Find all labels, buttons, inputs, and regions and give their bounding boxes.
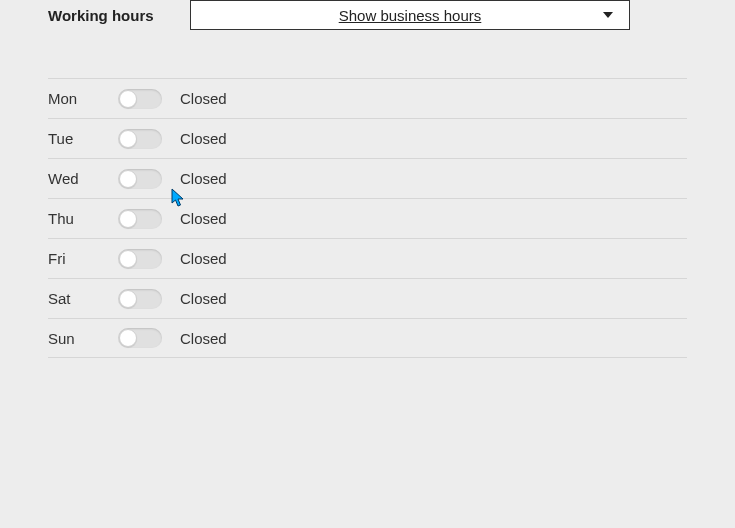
toggle-knob xyxy=(119,90,137,108)
day-label: Sat xyxy=(48,290,118,307)
day-toggle-fri[interactable] xyxy=(118,249,162,269)
toggle-knob xyxy=(119,170,137,188)
days-list: Mon Closed Tue Closed Wed Closed Thu Clo… xyxy=(0,78,735,358)
day-toggle-tue[interactable] xyxy=(118,129,162,149)
toggle-knob xyxy=(119,250,137,268)
hours-mode-dropdown[interactable]: Show business hours xyxy=(190,0,630,30)
day-row-mon: Mon Closed xyxy=(48,78,687,118)
day-row-tue: Tue Closed xyxy=(48,118,687,158)
section-title: Working hours xyxy=(48,7,190,24)
day-row-sat: Sat Closed xyxy=(48,278,687,318)
day-toggle-sun[interactable] xyxy=(118,328,162,348)
day-toggle-thu[interactable] xyxy=(118,209,162,229)
day-status: Closed xyxy=(180,170,227,187)
day-label: Fri xyxy=(48,250,118,267)
working-hours-header: Working hours Show business hours xyxy=(0,0,735,30)
day-status: Closed xyxy=(180,90,227,107)
day-label: Thu xyxy=(48,210,118,227)
toggle-knob xyxy=(119,130,137,148)
day-row-fri: Fri Closed xyxy=(48,238,687,278)
day-label: Wed xyxy=(48,170,118,187)
toggle-knob xyxy=(119,329,137,347)
day-row-thu: Thu Closed xyxy=(48,198,687,238)
day-row-sun: Sun Closed xyxy=(48,318,687,358)
day-row-wed: Wed Closed xyxy=(48,158,687,198)
day-toggle-sat[interactable] xyxy=(118,289,162,309)
day-status: Closed xyxy=(180,210,227,227)
day-status: Closed xyxy=(180,250,227,267)
day-toggle-wed[interactable] xyxy=(118,169,162,189)
day-label: Sun xyxy=(48,330,118,347)
day-status: Closed xyxy=(180,330,227,347)
chevron-down-icon xyxy=(603,12,613,18)
toggle-knob xyxy=(119,210,137,228)
day-label: Mon xyxy=(48,90,118,107)
day-status: Closed xyxy=(180,290,227,307)
day-status: Closed xyxy=(180,130,227,147)
day-label: Tue xyxy=(48,130,118,147)
day-toggle-mon[interactable] xyxy=(118,89,162,109)
toggle-knob xyxy=(119,290,137,308)
dropdown-selected-label: Show business hours xyxy=(339,7,482,24)
